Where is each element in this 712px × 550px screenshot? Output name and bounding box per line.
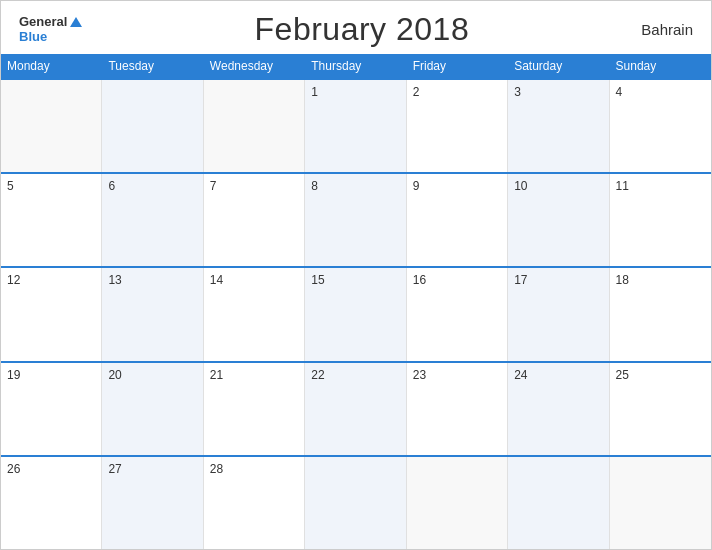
day-cell: 13 bbox=[102, 268, 203, 360]
day-cell: 28 bbox=[204, 457, 305, 549]
day-thursday: Thursday bbox=[305, 54, 406, 78]
day-cell: 26 bbox=[1, 457, 102, 549]
day-cell: 27 bbox=[102, 457, 203, 549]
calendar-title: February 2018 bbox=[255, 11, 470, 48]
day-sunday: Sunday bbox=[610, 54, 711, 78]
day-cell: 16 bbox=[407, 268, 508, 360]
day-cell: 10 bbox=[508, 174, 609, 266]
days-header: Monday Tuesday Wednesday Thursday Friday… bbox=[1, 54, 711, 78]
day-cell: 4 bbox=[610, 80, 711, 172]
day-cell: 9 bbox=[407, 174, 508, 266]
day-cell bbox=[508, 457, 609, 549]
day-cell: 15 bbox=[305, 268, 406, 360]
day-cell: 1 bbox=[305, 80, 406, 172]
day-saturday: Saturday bbox=[508, 54, 609, 78]
day-cell: 2 bbox=[407, 80, 508, 172]
day-cell: 17 bbox=[508, 268, 609, 360]
logo-general-text: General bbox=[19, 15, 67, 29]
day-cell: 23 bbox=[407, 363, 508, 455]
day-cell bbox=[407, 457, 508, 549]
day-cell bbox=[102, 80, 203, 172]
logo: General Blue bbox=[19, 15, 82, 44]
day-wednesday: Wednesday bbox=[204, 54, 305, 78]
logo-triangle-icon bbox=[70, 17, 82, 27]
week-row: 26 27 28 bbox=[1, 455, 711, 549]
calendar-header: General Blue February 2018 Bahrain bbox=[1, 1, 711, 54]
day-friday: Friday bbox=[407, 54, 508, 78]
day-tuesday: Tuesday bbox=[102, 54, 203, 78]
day-cell bbox=[610, 457, 711, 549]
day-cell: 11 bbox=[610, 174, 711, 266]
day-cell: 20 bbox=[102, 363, 203, 455]
day-cell: 8 bbox=[305, 174, 406, 266]
calendar-grid: 1 2 3 4 5 6 7 8 9 10 11 12 13 14 15 16 1… bbox=[1, 78, 711, 549]
week-row: 5 6 7 8 9 10 11 bbox=[1, 172, 711, 266]
day-cell: 3 bbox=[508, 80, 609, 172]
day-cell: 21 bbox=[204, 363, 305, 455]
calendar-country: Bahrain bbox=[641, 21, 693, 38]
day-cell: 24 bbox=[508, 363, 609, 455]
day-cell: 12 bbox=[1, 268, 102, 360]
day-cell: 6 bbox=[102, 174, 203, 266]
day-cell bbox=[204, 80, 305, 172]
day-cell: 19 bbox=[1, 363, 102, 455]
week-row: 19 20 21 22 23 24 25 bbox=[1, 361, 711, 455]
logo-blue-text: Blue bbox=[19, 30, 47, 44]
calendar: General Blue February 2018 Bahrain Monda… bbox=[0, 0, 712, 550]
day-cell: 22 bbox=[305, 363, 406, 455]
day-cell bbox=[305, 457, 406, 549]
week-row: 1 2 3 4 bbox=[1, 78, 711, 172]
day-cell: 14 bbox=[204, 268, 305, 360]
week-row: 12 13 14 15 16 17 18 bbox=[1, 266, 711, 360]
day-cell: 25 bbox=[610, 363, 711, 455]
day-cell: 5 bbox=[1, 174, 102, 266]
day-cell bbox=[1, 80, 102, 172]
day-monday: Monday bbox=[1, 54, 102, 78]
day-cell: 7 bbox=[204, 174, 305, 266]
day-cell: 18 bbox=[610, 268, 711, 360]
